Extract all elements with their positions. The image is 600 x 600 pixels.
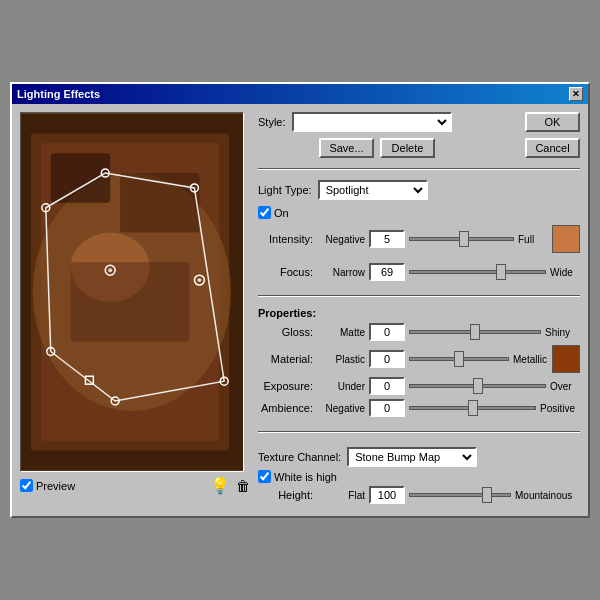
divider-2	[258, 295, 580, 297]
ambience-group: Ambience: Negative Positive	[258, 399, 580, 417]
gloss-group: Gloss: Matte Shiny	[258, 323, 580, 341]
ambience-left-label: Negative	[317, 403, 365, 414]
on-label: On	[274, 207, 289, 219]
style-row: Style: OK	[258, 112, 580, 132]
delete-button[interactable]: Delete	[380, 138, 435, 158]
delete-light-icon[interactable]: 🗑	[236, 478, 250, 494]
material-slider-container	[409, 350, 509, 368]
intensity-label: Intensity:	[258, 233, 313, 245]
texture-channel-select[interactable]: Stone Bump Map	[347, 447, 477, 467]
height-slider-row: Height: Flat Mountainous	[258, 486, 580, 504]
exposure-slider-container	[409, 377, 546, 395]
height-input[interactable]	[369, 486, 405, 504]
left-panel: Preview 💡 🗑	[20, 112, 250, 508]
material-slider[interactable]	[409, 357, 509, 361]
style-label: Style:	[258, 116, 286, 128]
exposure-input[interactable]	[369, 377, 405, 395]
svg-point-11	[108, 268, 112, 272]
gloss-label: Gloss:	[258, 326, 313, 338]
texture-channel-label: Texture Channel:	[258, 451, 341, 463]
svg-point-19	[197, 278, 201, 282]
on-checkbox[interactable]	[258, 206, 271, 219]
height-left-label: Flat	[317, 490, 365, 501]
texture-channel-row: Texture Channel: Stone Bump Map	[258, 447, 580, 467]
intensity-color-swatch[interactable]	[552, 225, 580, 253]
style-select[interactable]	[292, 112, 452, 132]
height-slider[interactable]	[409, 493, 511, 497]
properties-section: Properties: Gloss: Matte Shiny	[258, 307, 580, 421]
preview-checkbox[interactable]	[20, 479, 33, 492]
intensity-input[interactable]	[369, 230, 405, 248]
focus-left-label: Narrow	[317, 267, 365, 278]
intensity-slider-row: Intensity: Negative Full	[258, 225, 580, 253]
white-is-high-checkbox[interactable]	[258, 470, 271, 483]
ambience-input[interactable]	[369, 399, 405, 417]
focus-group: Focus: Narrow Wide	[258, 263, 580, 281]
focus-right-label: Wide	[550, 267, 580, 278]
ambience-label: Ambience:	[258, 402, 313, 414]
white-is-high-label: White is high	[258, 470, 337, 483]
material-left-label: Plastic	[317, 354, 365, 365]
preview-controls: Preview 💡 🗑	[20, 476, 250, 495]
preview-canvas	[20, 112, 244, 472]
dialog-body: Preview 💡 🗑 Style: OK Save... Dele	[12, 104, 588, 516]
light-type-label: Light Type:	[258, 184, 312, 196]
focus-slider[interactable]	[409, 270, 546, 274]
gloss-right-label: Shiny	[545, 327, 580, 338]
exposure-slider-row: Exposure: Under Over	[258, 377, 580, 395]
focus-slider-container	[409, 263, 546, 281]
title-bar: Lighting Effects ✕	[12, 84, 588, 104]
white-is-high-row: White is high	[258, 470, 580, 483]
divider-3	[258, 431, 580, 433]
intensity-slider-container	[409, 230, 514, 248]
lighting-effects-dialog: Lighting Effects ✕	[10, 82, 590, 518]
ambience-right-label: Positive	[540, 403, 580, 414]
new-light-icon[interactable]: 💡	[210, 476, 230, 495]
on-row: On	[258, 206, 580, 219]
cancel-button[interactable]: Cancel	[525, 138, 580, 158]
intensity-group: Intensity: Negative Full	[258, 225, 580, 253]
dialog-title: Lighting Effects	[17, 88, 100, 100]
close-button[interactable]: ✕	[569, 87, 583, 101]
focus-input[interactable]	[369, 263, 405, 281]
save-button[interactable]: Save...	[319, 138, 374, 158]
exposure-group: Exposure: Under Over	[258, 377, 580, 395]
right-panel: Style: OK Save... Delete Cancel Light Ty…	[258, 112, 580, 508]
on-checkbox-label: On	[258, 206, 289, 219]
height-group: Height: Flat Mountainous	[258, 486, 580, 504]
material-color-swatch[interactable]	[552, 345, 580, 373]
exposure-slider[interactable]	[409, 384, 546, 388]
focus-label: Focus:	[258, 266, 313, 278]
intensity-left-label: Negative	[317, 234, 365, 245]
gloss-slider-row: Gloss: Matte Shiny	[258, 323, 580, 341]
light-type-select[interactable]: Spotlight	[318, 180, 428, 200]
material-group: Material: Plastic Metallic	[258, 345, 580, 373]
divider-1	[258, 168, 580, 170]
svg-rect-8	[71, 262, 190, 341]
focus-slider-row: Focus: Narrow Wide	[258, 263, 580, 281]
material-input[interactable]	[369, 350, 405, 368]
ambience-slider[interactable]	[409, 406, 536, 410]
ok-button[interactable]: OK	[525, 112, 580, 132]
svg-rect-6	[51, 153, 110, 203]
gloss-slider-container	[409, 323, 541, 341]
material-right-label: Metallic	[513, 354, 548, 365]
material-label: Material:	[258, 353, 313, 365]
save-delete-row: Save... Delete Cancel	[258, 138, 580, 158]
preview-checkbox-label: Preview	[20, 479, 75, 492]
gloss-input[interactable]	[369, 323, 405, 341]
material-slider-row: Material: Plastic Metallic	[258, 345, 580, 373]
ambience-slider-container	[409, 399, 536, 417]
gloss-slider[interactable]	[409, 330, 541, 334]
gloss-left-label: Matte	[317, 327, 365, 338]
height-label: Height:	[258, 489, 313, 501]
exposure-left-label: Under	[317, 381, 365, 392]
intensity-slider[interactable]	[409, 237, 514, 241]
white-is-high-text: White is high	[274, 471, 337, 483]
intensity-right-label: Full	[518, 234, 548, 245]
height-right-label: Mountainous	[515, 490, 580, 501]
exposure-label: Exposure:	[258, 380, 313, 392]
texture-section: Texture Channel: Stone Bump Map White is…	[258, 447, 580, 508]
ambience-slider-row: Ambience: Negative Positive	[258, 399, 580, 417]
preview-label-text: Preview	[36, 480, 75, 492]
